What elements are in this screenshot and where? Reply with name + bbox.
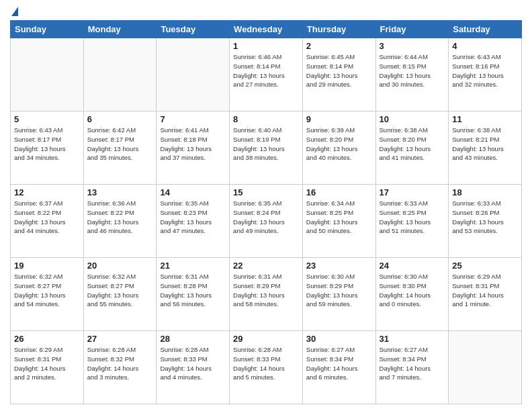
calendar-week-2: 5Sunrise: 6:43 AM Sunset: 8:17 PM Daylig… [11,111,522,185]
day-info: Sunrise: 6:39 AM Sunset: 8:20 PM Dayligh… [306,126,372,163]
day-number: 29 [233,334,299,344]
day-number: 26 [14,334,80,344]
day-info: Sunrise: 6:40 AM Sunset: 8:19 PM Dayligh… [233,126,299,163]
calendar-week-5: 26Sunrise: 6:29 AM Sunset: 8:31 PM Dayli… [11,331,522,404]
day-info: Sunrise: 6:41 AM Sunset: 8:18 PM Dayligh… [160,126,226,163]
calendar-day: 8Sunrise: 6:40 AM Sunset: 8:19 PM Daylig… [230,111,303,185]
calendar-day: 27Sunrise: 6:28 AM Sunset: 8:32 PM Dayli… [83,331,157,404]
day-info: Sunrise: 6:43 AM Sunset: 8:17 PM Dayligh… [14,126,80,163]
day-info: Sunrise: 6:30 AM Sunset: 8:30 PM Dayligh… [380,272,445,309]
day-number: 28 [160,334,226,344]
calendar-week-1: 1Sunrise: 6:46 AM Sunset: 8:14 PM Daylig… [11,38,522,111]
day-info: Sunrise: 6:42 AM Sunset: 8:17 PM Dayligh… [87,126,153,163]
day-info: Sunrise: 6:44 AM Sunset: 8:15 PM Dayligh… [380,52,445,89]
logo [10,7,18,16]
day-info: Sunrise: 6:38 AM Sunset: 8:21 PM Dayligh… [452,126,518,163]
day-info: Sunrise: 6:30 AM Sunset: 8:29 PM Dayligh… [306,272,372,309]
day-header-sunday: Sunday [11,21,84,38]
calendar-day: 30Sunrise: 6:27 AM Sunset: 8:34 PM Dayli… [302,331,375,404]
day-info: Sunrise: 6:37 AM Sunset: 8:22 PM Dayligh… [14,199,80,236]
calendar-day: 12Sunrise: 6:37 AM Sunset: 8:22 PM Dayli… [11,185,84,258]
day-number: 4 [452,41,518,51]
day-info: Sunrise: 6:32 AM Sunset: 8:27 PM Dayligh… [87,272,153,309]
calendar-day: 14Sunrise: 6:35 AM Sunset: 8:23 PM Dayli… [157,185,230,258]
day-info: Sunrise: 6:33 AM Sunset: 8:26 PM Dayligh… [452,199,518,236]
day-info: Sunrise: 6:31 AM Sunset: 8:28 PM Dayligh… [160,272,226,309]
calendar-week-3: 12Sunrise: 6:37 AM Sunset: 8:22 PM Dayli… [11,185,522,258]
calendar-day: 1Sunrise: 6:46 AM Sunset: 8:14 PM Daylig… [230,38,303,111]
day-number: 6 [87,114,153,124]
calendar-day: 19Sunrise: 6:32 AM Sunset: 8:27 PM Dayli… [11,258,84,331]
day-info: Sunrise: 6:45 AM Sunset: 8:14 PM Dayligh… [306,52,372,89]
calendar-day: 4Sunrise: 6:43 AM Sunset: 8:16 PM Daylig… [449,38,522,111]
day-number: 10 [380,114,445,124]
day-number: 14 [160,187,226,197]
calendar-day: 20Sunrise: 6:32 AM Sunset: 8:27 PM Dayli… [83,258,157,331]
calendar-day: 22Sunrise: 6:31 AM Sunset: 8:29 PM Dayli… [230,258,303,331]
calendar-day: 31Sunrise: 6:27 AM Sunset: 8:34 PM Dayli… [375,331,449,404]
day-number: 3 [380,41,445,51]
day-number: 15 [233,187,299,197]
day-number: 21 [160,261,226,271]
day-number: 9 [306,114,372,124]
calendar-day [83,38,157,111]
calendar-week-4: 19Sunrise: 6:32 AM Sunset: 8:27 PM Dayli… [11,258,522,331]
calendar-day: 6Sunrise: 6:42 AM Sunset: 8:17 PM Daylig… [83,111,157,185]
day-number: 13 [87,187,153,197]
day-number: 19 [14,261,80,271]
day-info: Sunrise: 6:29 AM Sunset: 8:31 PM Dayligh… [452,272,518,309]
calendar-day: 16Sunrise: 6:34 AM Sunset: 8:25 PM Dayli… [302,185,375,258]
logo-triangle-icon [11,7,18,16]
day-number: 11 [452,114,518,124]
day-number: 8 [233,114,299,124]
day-number: 25 [452,261,518,271]
calendar-day [157,38,230,111]
calendar-day: 2Sunrise: 6:45 AM Sunset: 8:14 PM Daylig… [302,38,375,111]
day-info: Sunrise: 6:28 AM Sunset: 8:33 PM Dayligh… [233,345,299,382]
day-number: 5 [14,114,80,124]
calendar-day: 24Sunrise: 6:30 AM Sunset: 8:30 PM Dayli… [375,258,449,331]
day-number: 7 [160,114,226,124]
day-number: 20 [87,261,153,271]
day-number: 16 [306,187,372,197]
day-header-saturday: Saturday [449,21,522,38]
day-info: Sunrise: 6:27 AM Sunset: 8:34 PM Dayligh… [306,345,372,382]
calendar-day: 17Sunrise: 6:33 AM Sunset: 8:25 PM Dayli… [375,185,449,258]
day-info: Sunrise: 6:43 AM Sunset: 8:16 PM Dayligh… [452,52,518,89]
day-number: 31 [380,334,445,344]
day-info: Sunrise: 6:33 AM Sunset: 8:25 PM Dayligh… [380,199,445,236]
calendar-day: 18Sunrise: 6:33 AM Sunset: 8:26 PM Dayli… [449,185,522,258]
day-info: Sunrise: 6:34 AM Sunset: 8:25 PM Dayligh… [306,199,372,236]
calendar-day [449,331,522,404]
day-info: Sunrise: 6:28 AM Sunset: 8:32 PM Dayligh… [87,345,153,382]
day-info: Sunrise: 6:28 AM Sunset: 8:33 PM Dayligh… [160,345,226,382]
day-number: 24 [380,261,445,271]
day-info: Sunrise: 6:32 AM Sunset: 8:27 PM Dayligh… [14,272,80,309]
day-info: Sunrise: 6:38 AM Sunset: 8:20 PM Dayligh… [380,126,445,163]
calendar-day: 15Sunrise: 6:35 AM Sunset: 8:24 PM Dayli… [230,185,303,258]
day-header-tuesday: Tuesday [157,21,230,38]
day-info: Sunrise: 6:29 AM Sunset: 8:31 PM Dayligh… [14,345,80,382]
day-info: Sunrise: 6:31 AM Sunset: 8:29 PM Dayligh… [233,272,299,309]
calendar-table: SundayMondayTuesdayWednesdayThursdayFrid… [10,20,522,404]
calendar-day: 29Sunrise: 6:28 AM Sunset: 8:33 PM Dayli… [230,331,303,404]
calendar-day: 7Sunrise: 6:41 AM Sunset: 8:18 PM Daylig… [157,111,230,185]
calendar-day [11,38,84,111]
day-info: Sunrise: 6:36 AM Sunset: 8:22 PM Dayligh… [87,199,153,236]
day-header-monday: Monday [83,21,157,38]
header [10,7,522,16]
day-number: 23 [306,261,372,271]
calendar-day: 11Sunrise: 6:38 AM Sunset: 8:21 PM Dayli… [449,111,522,185]
calendar-header-row: SundayMondayTuesdayWednesdayThursdayFrid… [11,21,522,38]
calendar-day: 9Sunrise: 6:39 AM Sunset: 8:20 PM Daylig… [302,111,375,185]
day-number: 22 [233,261,299,271]
calendar-day: 3Sunrise: 6:44 AM Sunset: 8:15 PM Daylig… [375,38,449,111]
day-header-wednesday: Wednesday [230,21,303,38]
calendar-day: 28Sunrise: 6:28 AM Sunset: 8:33 PM Dayli… [157,331,230,404]
day-header-friday: Friday [375,21,449,38]
page: SundayMondayTuesdayWednesdayThursdayFrid… [0,0,532,411]
day-info: Sunrise: 6:35 AM Sunset: 8:23 PM Dayligh… [160,199,226,236]
day-info: Sunrise: 6:35 AM Sunset: 8:24 PM Dayligh… [233,199,299,236]
calendar-day: 13Sunrise: 6:36 AM Sunset: 8:22 PM Dayli… [83,185,157,258]
day-number: 18 [452,187,518,197]
